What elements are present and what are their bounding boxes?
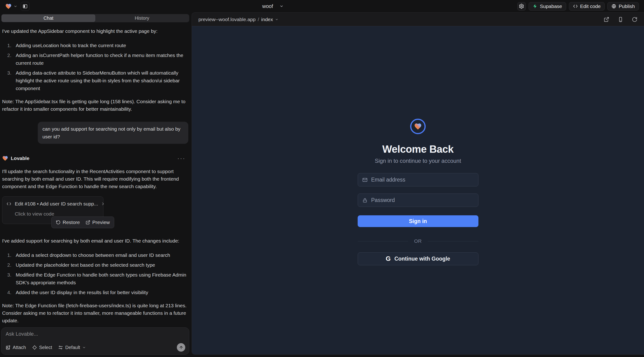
message-menu-button[interactable]: ··· bbox=[177, 156, 186, 161]
settings-button[interactable] bbox=[517, 2, 526, 10]
tab-chat[interactable]: Chat bbox=[2, 14, 95, 22]
lock-icon bbox=[362, 198, 368, 203]
sliders-icon bbox=[58, 345, 63, 350]
mail-icon bbox=[362, 177, 368, 183]
arrow-up-icon bbox=[179, 345, 184, 350]
code-brackets-icon bbox=[573, 4, 578, 9]
supabase-icon bbox=[532, 4, 538, 9]
target-icon bbox=[32, 345, 37, 350]
lovable-heart-icon bbox=[5, 3, 12, 10]
preview-url[interactable]: preview--woof.lovable.app bbox=[198, 17, 256, 22]
chat-panel: Chat History I've updated the AppSidebar… bbox=[1, 12, 189, 355]
password-input[interactable] bbox=[371, 197, 474, 203]
attach-button[interactable]: Attach bbox=[6, 345, 26, 350]
edit-card-title: Edit #108 • Add user ID search supp... bbox=[15, 200, 98, 208]
google-g-icon: G bbox=[386, 255, 391, 262]
list-item: 3. Adding data-active attribute to Sideb… bbox=[7, 69, 188, 92]
edit-card-actions: Restore Preview bbox=[51, 216, 114, 228]
project-title[interactable]: woof bbox=[262, 3, 273, 10]
preview-viewport: Welcome Back Sign in to continue to your… bbox=[192, 26, 644, 354]
edit-code-card[interactable]: Edit #108 • Add user ID search supp... C… bbox=[2, 196, 104, 224]
google-button-label: Continue with Google bbox=[394, 256, 450, 262]
password-field[interactable] bbox=[358, 194, 478, 207]
lovable-heart-icon bbox=[2, 155, 8, 162]
app-logo-badge bbox=[410, 119, 426, 134]
send-button[interactable] bbox=[177, 343, 185, 352]
signin-form: Welcome Back Sign in to continue to your… bbox=[358, 119, 478, 354]
globe-icon bbox=[612, 4, 616, 9]
user-message-text: can you add support for searching not on… bbox=[42, 126, 180, 139]
external-link-icon bbox=[86, 220, 90, 225]
chat-composer: Attach Select Default bbox=[1, 328, 189, 355]
assistant-numbered-list: 1. Added a select dropdown to choose bet… bbox=[2, 251, 188, 296]
assistant-paragraph: I've updated the AppSidebar component to… bbox=[2, 28, 188, 35]
assistant-name: Lovable bbox=[11, 154, 29, 162]
email-field[interactable] bbox=[358, 173, 478, 186]
chat-history-tabs: Chat History bbox=[1, 14, 189, 22]
list-item: 4. Added the user ID display in the resu… bbox=[7, 288, 188, 296]
code-brackets-icon bbox=[6, 201, 12, 207]
restore-button[interactable]: Restore bbox=[56, 218, 80, 226]
email-input[interactable] bbox=[371, 176, 474, 183]
chat-input[interactable] bbox=[6, 331, 185, 337]
preview-route[interactable]: index bbox=[261, 17, 273, 22]
list-item: 1. Adding useLocation hook to track the … bbox=[7, 42, 188, 49]
continue-with-google-button[interactable]: G Continue with Google bbox=[358, 252, 478, 265]
user-message-bubble: can you add support for searching not on… bbox=[38, 122, 188, 144]
assistant-message-header: Lovable ··· bbox=[2, 154, 188, 162]
project-chevron-down-icon[interactable] bbox=[280, 4, 284, 8]
list-item: 1. Added a select dropdown to choose bet… bbox=[7, 251, 188, 259]
chevron-down-icon[interactable] bbox=[275, 18, 278, 21]
restore-icon bbox=[56, 220, 60, 225]
sign-in-button[interactable]: Sign in bbox=[358, 215, 478, 227]
mode-selector[interactable]: Default bbox=[58, 345, 86, 350]
publish-label: Publish bbox=[619, 4, 635, 9]
topbar: woof Supabase Edit code Publish bbox=[0, 0, 644, 12]
heart-logo-icon bbox=[414, 122, 422, 130]
toggle-sidebar-button[interactable] bbox=[21, 2, 30, 11]
refresh-button[interactable] bbox=[632, 17, 638, 22]
preview-button[interactable]: Preview bbox=[86, 218, 110, 226]
page-subtitle: Sign in to continue to your account bbox=[375, 158, 461, 164]
mobile-view-button[interactable] bbox=[618, 17, 623, 22]
tab-history[interactable]: History bbox=[95, 14, 189, 22]
chevron-down-icon bbox=[14, 4, 17, 8]
chevron-down-icon bbox=[82, 346, 86, 349]
assistant-paragraph: I'll update the search functionality in … bbox=[2, 168, 188, 190]
supabase-button[interactable]: Supabase bbox=[528, 2, 566, 10]
list-item: 2. Adding an isCurrentPath helper functi… bbox=[7, 51, 188, 67]
lovable-logo-menu[interactable] bbox=[5, 3, 17, 10]
chevron-right-icon bbox=[101, 202, 105, 206]
preview-url-bar: preview--woof.lovable.app / index bbox=[192, 13, 644, 26]
divider-label: OR bbox=[414, 238, 422, 244]
open-in-new-tab-button[interactable] bbox=[604, 17, 609, 22]
supabase-label: Supabase bbox=[540, 4, 562, 9]
list-item: 2. Updated the placeholder text based on… bbox=[7, 261, 188, 269]
gear-icon bbox=[519, 4, 524, 9]
or-divider: OR bbox=[358, 238, 478, 244]
assistant-paragraph: I've added support for searching by both… bbox=[2, 237, 188, 245]
assistant-numbered-list: 1. Adding useLocation hook to track the … bbox=[2, 42, 188, 92]
publish-button[interactable]: Publish bbox=[608, 2, 639, 10]
edit-code-label: Edit code bbox=[580, 4, 601, 9]
edit-code-button[interactable]: Edit code bbox=[569, 2, 605, 10]
chat-message-list[interactable]: I've updated the AppSidebar component to… bbox=[1, 22, 189, 328]
panel-left-icon bbox=[22, 4, 28, 9]
select-element-button[interactable]: Select bbox=[32, 345, 52, 350]
assistant-note: Note: The Edge Function file (fetch-fire… bbox=[2, 302, 188, 324]
preview-panel: preview--woof.lovable.app / index bbox=[192, 12, 644, 355]
assistant-note: Note: The AppSidebar.tsx file is getting… bbox=[2, 98, 188, 113]
list-item: 3. Modified the Edge Function to handle … bbox=[7, 271, 188, 286]
image-plus-icon bbox=[6, 345, 10, 350]
page-title: Welcome Back bbox=[382, 143, 454, 155]
